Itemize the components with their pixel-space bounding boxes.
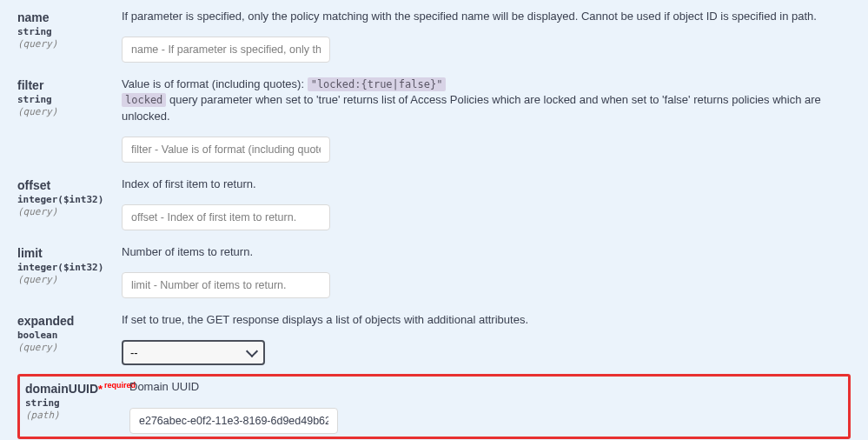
param-name-label: offset [17, 178, 122, 192]
required-star-icon: * [98, 383, 103, 396]
param-name-label: expanded [17, 314, 122, 328]
filter-input[interactable] [122, 137, 330, 163]
param-meta: limit integer($int32) (query) [17, 244, 122, 298]
offset-input[interactable] [122, 204, 330, 230]
param-row-offset: offset integer($int32) (query) Index of … [17, 171, 851, 236]
desc-prefix: Value is of format (including quotes): [122, 77, 308, 90]
param-content: Number of items to return. [122, 244, 851, 298]
limit-input[interactable] [122, 272, 330, 298]
param-meta: domainUUID*required string (path) [25, 379, 129, 433]
param-name-text: domainUUID [25, 382, 98, 396]
desc-suffix: query parameter when set to 'true' retur… [122, 93, 821, 122]
param-in-label: (query) [17, 206, 122, 217]
param-name-label: limit [17, 246, 122, 260]
param-meta: filter string (query) [17, 77, 122, 163]
param-name-label: filter [17, 78, 122, 92]
param-in-label: (path) [25, 410, 129, 421]
param-description: Value is of format (including quotes): "… [122, 77, 851, 124]
param-content: If set to true, the GET response display… [122, 312, 851, 365]
code-snippet: "locked:{true|false}" [308, 77, 447, 91]
param-content: Domain UUID [129, 379, 843, 433]
param-row-limit: limit integer($int32) (query) Number of … [17, 239, 851, 303]
param-meta: expanded boolean (query) [17, 312, 122, 365]
name-input[interactable] [122, 37, 330, 63]
param-description: If set to true, the GET response display… [122, 312, 851, 328]
param-description: Index of first item to return. [122, 177, 851, 192]
param-in-label: (query) [17, 38, 122, 50]
param-meta: name string (query) [17, 9, 122, 63]
param-content: Value is of format (including quotes): "… [122, 77, 851, 163]
select-wrapper: -- [122, 340, 265, 365]
param-row-filter: filter string (query) Value is of format… [17, 71, 851, 168]
param-in-label: (query) [17, 274, 122, 285]
param-type-label: string [17, 94, 122, 105]
param-type-label: integer($int32) [17, 262, 122, 273]
param-row-domainuuid: domainUUID*required string (path) Domain… [17, 374, 851, 438]
param-row-name: name string (query) If parameter is spec… [17, 3, 851, 68]
param-meta: offset integer($int32) (query) [17, 177, 122, 230]
param-row-expanded: expanded boolean (query) If set to true,… [17, 307, 851, 370]
param-name-label: domainUUID*required [25, 381, 129, 396]
domainuuid-input[interactable] [129, 408, 338, 434]
param-content: If parameter is specified, only the poli… [122, 9, 851, 63]
param-in-label: (query) [17, 106, 122, 117]
expanded-select[interactable]: -- [122, 340, 265, 365]
param-in-label: (query) [17, 342, 122, 353]
param-description: Domain UUID [129, 379, 843, 395]
param-type-label: boolean [17, 330, 122, 341]
param-description: Number of items to return. [122, 244, 851, 260]
param-type-label: integer($int32) [17, 194, 122, 205]
code-snippet: locked [122, 93, 166, 107]
param-type-label: string [25, 397, 129, 409]
param-description: If parameter is specified, only the poli… [122, 9, 851, 24]
parameters-container: name string (query) If parameter is spec… [0, 0, 868, 440]
param-name-label: name [17, 10, 122, 24]
param-type-label: string [17, 26, 122, 37]
param-content: Index of first item to return. [122, 177, 851, 230]
